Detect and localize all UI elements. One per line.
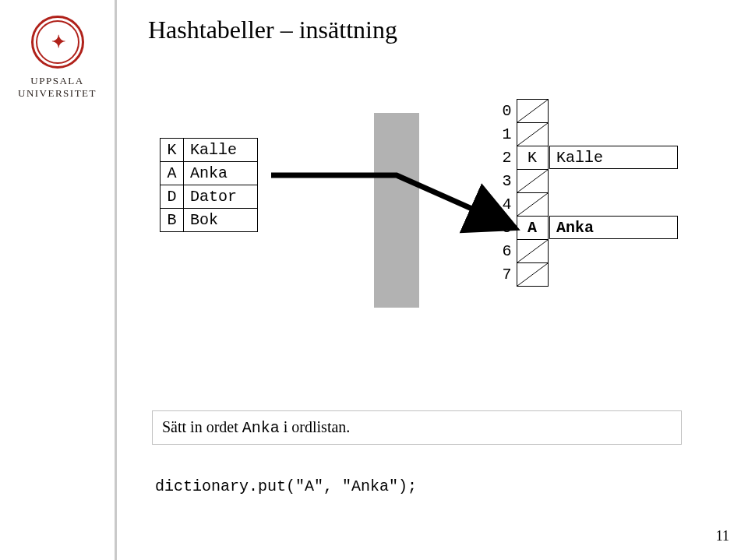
slide-content: Hashtabeller – insättning KKalleAAnkaDDa… [117,0,748,560]
table-row: BBok [161,209,258,232]
hash-table: 012K345A67 [495,99,549,287]
source-table: KKalleAAnkaDDatorBBok [160,138,258,232]
hash-diagram: KKalleAAnkaDDatorBBok 012K345A67 KalleAn… [148,99,709,372]
source-value: Bok [184,209,258,232]
seal-glyph: ✦ [51,32,64,52]
table-row: 4 [495,193,548,217]
hash-slot [517,263,548,287]
caption-box: Sätt in ordet Anka i ordlistan. [152,410,682,445]
hash-index: 6 [495,240,517,263]
hash-slot [517,123,548,146]
page-number: 11 [716,528,729,544]
svg-line-0 [517,100,548,122]
source-key: B [161,209,184,232]
caption-suffix: i ordlistan. [280,418,351,435]
university-name: UPPSALA UNIVERSITET [18,75,97,100]
hash-value: Kalle [549,146,678,169]
university-seal-icon: ✦ [31,16,84,69]
table-row: 7 [495,263,548,287]
hash-index: 0 [495,100,517,123]
code-line: dictionary.put("A", "Anka"); [155,477,725,495]
caption-prefix: Sätt in ordet [162,418,242,435]
table-row: AAnka [161,162,258,185]
svg-line-5 [517,263,548,286]
table-row: 6 [495,240,548,263]
table-row: 2K [495,146,548,170]
caption-area: Sätt in ordet Anka i ordlistan. dictiona… [152,410,725,495]
sidebar: ✦ UPPSALA UNIVERSITET [0,0,117,560]
svg-line-3 [517,193,548,216]
university-name-line2: UNIVERSITET [18,87,97,100]
hash-slot [517,170,548,193]
table-row: 5A [495,217,548,240]
university-name-line1: UPPSALA [18,75,97,87]
caption-word: Anka [242,419,280,437]
hash-slot [517,100,548,123]
hash-index: 5 [495,217,517,240]
source-value: Dator [184,185,258,209]
hash-value: Anka [549,216,678,239]
table-row: 3 [495,170,548,193]
svg-line-2 [517,170,548,192]
hash-index: 3 [495,170,517,193]
slide-title: Hashtabeller – insättning [148,16,725,44]
source-value: Kalle [184,139,258,162]
hash-slot [517,240,548,263]
table-row: 0 [495,100,548,123]
hash-slot: A [517,217,548,240]
table-row: DDator [161,185,258,209]
svg-line-1 [517,123,548,146]
hash-index: 7 [495,263,517,287]
source-key: D [161,185,184,209]
table-row: 1 [495,123,548,146]
hash-index: 1 [495,123,517,146]
source-key: K [161,139,184,162]
table-row: KKalle [161,139,258,162]
source-value: Anka [184,162,258,185]
hash-function-box [374,113,419,308]
hash-slot [517,193,548,217]
hash-index: 4 [495,193,517,217]
hash-index: 2 [495,146,517,170]
hash-slot: K [517,146,548,170]
source-key: A [161,162,184,185]
svg-line-4 [517,240,548,262]
